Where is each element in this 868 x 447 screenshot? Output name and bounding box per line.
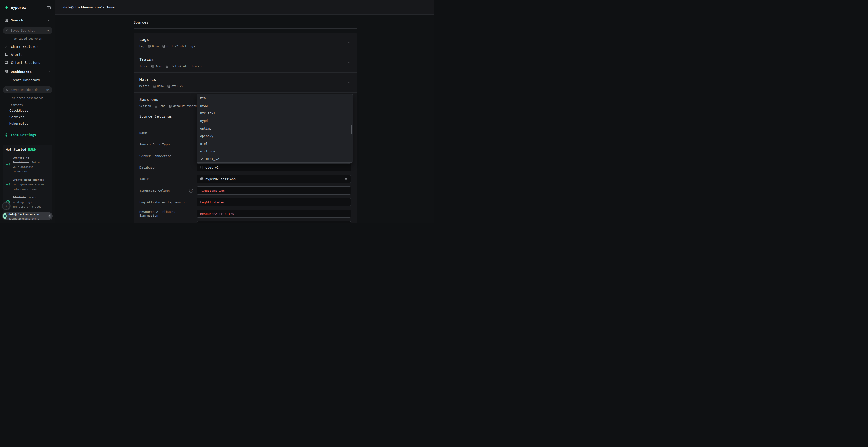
dropdown-option[interactable]: ontime xyxy=(197,125,352,132)
chevron-up-icon[interactable] xyxy=(46,148,49,151)
plus-icon xyxy=(6,78,9,81)
saved-dashboards-placeholder: Saved Dashboards xyxy=(10,88,38,92)
checklist-item[interactable]: Connect to ClickHouse Set up your databa… xyxy=(6,155,49,173)
connection-icon xyxy=(154,105,157,108)
database-icon xyxy=(169,105,172,108)
bell-icon xyxy=(4,53,8,57)
connection-name: Demo xyxy=(157,84,164,88)
form-row-table: Table hyperdx_sessions xyxy=(140,175,351,183)
source-card-metrics[interactable]: Metrics Metric Demo xyxy=(133,72,356,93)
log-attributes-input[interactable]: LogAttributes xyxy=(197,198,351,206)
app-logo[interactable]: HyperDX xyxy=(4,5,26,10)
select-chevrons-icon[interactable] xyxy=(344,177,348,181)
source-title: Metrics xyxy=(140,77,351,82)
sidebar-item-client-sessions[interactable]: Client Sessions xyxy=(0,59,55,66)
field-label: Name xyxy=(140,131,147,135)
chevron-down-icon xyxy=(7,104,9,106)
field-label: Log Attributes Expression xyxy=(140,200,187,204)
partial-input[interactable] xyxy=(197,221,351,224)
log-attributes-value: LogAttributes xyxy=(200,200,225,204)
checklist-item[interactable]: Add Data Start sending logs, metrics, or… xyxy=(6,195,49,209)
checklist-item-title: Connect to ClickHouse xyxy=(12,156,29,164)
resource-attributes-input[interactable]: ResourceAttributes xyxy=(197,209,351,218)
database-dropdown: mta noaa nyc_taxi nypd ontime opensky ot… xyxy=(196,94,353,163)
form-row-log-attributes: Log Attributes Expression LogAttributes xyxy=(140,198,351,206)
dropdown-option[interactable]: mta xyxy=(197,94,352,102)
saved-dashboards-input[interactable]: Saved Dashboards ⌘K xyxy=(3,86,52,94)
database-select[interactable]: otel_v2 xyxy=(197,163,351,171)
presets-toggle[interactable]: PRESETS xyxy=(0,103,55,107)
checklist-item[interactable]: Create Data Sources Configure where your… xyxy=(6,177,49,191)
avatar: D xyxy=(3,213,6,219)
dropdown-option-selected[interactable]: otel_v2 xyxy=(197,155,352,163)
dropdown-option[interactable]: noaa xyxy=(197,102,352,110)
chevron-down-icon[interactable] xyxy=(346,80,351,84)
create-dashboard-button[interactable]: Create Dashboard xyxy=(0,77,55,83)
preset-services[interactable]: Services xyxy=(0,114,55,120)
sidebar-item-label: Client Sessions xyxy=(11,61,40,65)
form-row-database: Database otel_v2 xyxy=(140,163,351,171)
help-tooltip-icon[interactable]: ? xyxy=(189,188,193,193)
source-type: Session xyxy=(140,104,151,108)
no-saved-dashboards-text: No saved dashboards xyxy=(0,96,55,100)
shortcut-badge: ⌘K xyxy=(46,29,50,32)
collapse-sidebar-icon[interactable] xyxy=(47,6,51,10)
preset-kubernetes[interactable]: Kubernetes xyxy=(0,120,55,127)
logo-row: HyperDX xyxy=(0,0,55,15)
team-settings-label: Team Settings xyxy=(10,133,36,137)
field-label: Timestamp Column xyxy=(140,189,169,193)
app-name: HyperDX xyxy=(11,6,26,10)
timestamp-column-input[interactable]: TimestampTime xyxy=(197,186,351,195)
get-started-card: Get Started 3/3 Connect to ClickHouse Se… xyxy=(3,144,52,220)
no-saved-searches-text: No saved searches xyxy=(0,37,55,41)
search-section-header[interactable]: Search xyxy=(0,15,55,25)
dropdown-option[interactable]: nypd xyxy=(197,117,352,125)
preset-label: Kubernetes xyxy=(9,122,28,125)
connection-icon xyxy=(153,85,156,88)
dropdown-option[interactable]: otel_raw xyxy=(197,147,352,155)
chevron-down-icon[interactable] xyxy=(346,40,351,44)
field-label: Source Data Type xyxy=(140,143,169,146)
select-chevrons-icon[interactable] xyxy=(344,166,348,169)
preset-label: Services xyxy=(9,115,25,119)
dropdown-option[interactable]: otel xyxy=(197,140,352,148)
database-value: otel_v2 xyxy=(206,166,219,169)
team-settings-button[interactable]: Team Settings xyxy=(0,131,55,139)
chart-icon xyxy=(4,45,8,49)
option-label: opensky xyxy=(200,134,213,138)
search-section-label: Search xyxy=(10,18,23,22)
create-dashboard-label: Create Dashboard xyxy=(10,78,39,82)
sidebar-item-chart-explorer[interactable]: Chart Explorer xyxy=(0,43,55,50)
sidebar-item-alerts[interactable]: Alerts xyxy=(0,50,55,59)
chevron-right-icon[interactable] xyxy=(49,214,51,218)
check-circle-icon xyxy=(6,156,10,173)
connection-icon xyxy=(148,45,151,48)
connection-name: Demo xyxy=(156,64,162,68)
dashboards-section-header[interactable]: Dashboards xyxy=(0,67,55,77)
table-select[interactable]: hyperdx_sessions xyxy=(197,175,351,183)
source-card-logs[interactable]: Logs Log Demo ot xyxy=(133,33,356,53)
source-card-traces[interactable]: Traces Trace Demo xyxy=(133,53,356,72)
source-title: Traces xyxy=(140,57,351,62)
dropdown-scrollbar[interactable] xyxy=(351,125,352,134)
option-label: otel_raw xyxy=(200,149,215,153)
table-value: hyperdx_sessions xyxy=(206,177,236,181)
dashboard-grid-icon xyxy=(4,70,8,74)
search-panel-icon xyxy=(4,18,8,22)
option-label: nyc_taxi xyxy=(200,111,215,115)
preset-clickhouse[interactable]: ClickHouse xyxy=(0,107,55,114)
help-button[interactable]: ? xyxy=(3,202,10,209)
chevron-up-icon[interactable] xyxy=(48,19,51,22)
topbar: dale@clickhouse.com's Team xyxy=(56,0,434,15)
chevron-up-icon[interactable] xyxy=(48,70,51,73)
get-started-progress-badge: 3/3 xyxy=(28,148,36,151)
dropdown-option[interactable]: nyc_taxi xyxy=(197,109,352,117)
field-label: Resource Attributes Expression xyxy=(140,210,192,217)
dropdown-option[interactable]: opensky xyxy=(197,132,352,140)
database-icon xyxy=(167,85,170,88)
option-label: noaa xyxy=(200,104,208,107)
saved-searches-input[interactable]: Saved Searches ⌘K xyxy=(3,27,52,34)
timestamp-value: TimestampTime xyxy=(200,189,225,193)
chevron-down-icon[interactable] xyxy=(346,60,351,65)
user-menu[interactable]: D dale@clickhouse.com dale@clickhouse.co… xyxy=(2,212,53,220)
